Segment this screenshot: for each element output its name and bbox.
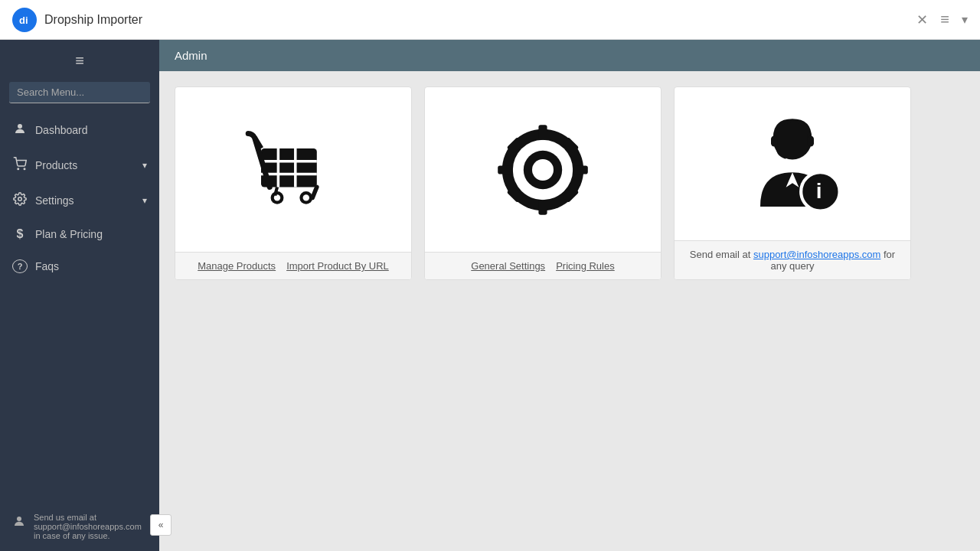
products-icon xyxy=(12,157,28,174)
support-card-text: Send email at support@infoshoreapps.com … xyxy=(687,249,898,272)
svg-rect-22 xyxy=(498,165,513,174)
svg-rect-21 xyxy=(538,200,547,215)
svg-point-15 xyxy=(303,194,309,201)
sidebar-support: Send us email at support@infoshoreapps.c… xyxy=(0,502,159,551)
pricing-rules-link[interactable]: Pricing Rules xyxy=(556,260,615,272)
sidebar-item-faqs[interactable]: ? Faqs xyxy=(0,250,159,282)
search-menu-input[interactable] xyxy=(9,82,150,103)
manage-products-link[interactable]: Manage Products xyxy=(198,260,276,272)
svg-text:i: i xyxy=(816,179,822,203)
settings-card-icon-area xyxy=(466,87,619,252)
sidebar-collapse-button[interactable]: « xyxy=(150,514,172,536)
main-content: Admin xyxy=(159,40,980,551)
support-email-link[interactable]: support@infoshoreapps.com xyxy=(753,249,880,260)
sidebar-item-products[interactable]: Products ▾ xyxy=(0,148,159,183)
settings-icon xyxy=(12,192,28,209)
support-card-icon-area: i xyxy=(716,87,869,240)
support-card: i Send email at support@infoshoreapps.co… xyxy=(674,86,911,280)
svg-rect-20 xyxy=(538,125,547,140)
app-title: Dropship Importer xyxy=(44,13,142,27)
general-settings-link[interactable]: General Settings xyxy=(471,260,545,272)
svg-text:di: di xyxy=(19,15,28,26)
sidebar-item-settings[interactable]: Settings ▾ xyxy=(0,183,159,218)
svg-point-19 xyxy=(532,159,554,181)
admin-bar: Admin xyxy=(159,40,980,71)
svg-rect-32 xyxy=(808,136,814,147)
collapse-icon: « xyxy=(158,520,164,530)
topbar-actions: ✕ ≡ ▾ xyxy=(916,11,968,28)
faqs-icon: ? xyxy=(12,259,28,273)
products-chevron-icon: ▾ xyxy=(142,160,147,171)
support-card-links: Send email at support@infoshoreapps.com … xyxy=(675,240,910,279)
sidebar-item-faqs-label: Faqs xyxy=(35,260,147,272)
svg-point-5 xyxy=(18,197,22,201)
sidebar: ≡ Dashboard Products ▾ Settings ▾ $ Plan… xyxy=(0,40,159,551)
svg-rect-23 xyxy=(573,165,588,174)
topbar-left: di Dropship Importer xyxy=(12,8,142,32)
topbar: di Dropship Importer ✕ ≡ ▾ xyxy=(0,0,980,40)
svg-point-3 xyxy=(18,168,19,170)
content-area: Manage Products Import Product By URL xyxy=(159,71,980,551)
sidebar-item-dashboard[interactable]: Dashboard xyxy=(0,112,159,148)
sidebar-item-plan-pricing-label: Plan & Pricing xyxy=(35,228,147,240)
sidebar-item-products-label: Products xyxy=(35,159,135,171)
import-product-by-url-link[interactable]: Import Product By URL xyxy=(286,260,389,272)
sidebar-hamburger-icon[interactable]: ≡ xyxy=(0,40,159,82)
svg-point-6 xyxy=(17,517,21,521)
products-card-links: Manage Products Import Product By URL xyxy=(175,252,411,279)
close-icon[interactable]: ✕ xyxy=(916,11,928,28)
plan-pricing-icon: $ xyxy=(12,227,28,241)
dropdown-icon[interactable]: ▾ xyxy=(962,12,968,27)
products-card: Manage Products Import Product By URL xyxy=(175,86,412,280)
svg-point-4 xyxy=(24,168,25,170)
sidebar-item-settings-label: Settings xyxy=(35,194,135,207)
support-text: Send us email at support@infoshoreapps.c… xyxy=(34,513,147,540)
svg-point-2 xyxy=(18,124,22,129)
admin-label: Admin xyxy=(175,49,207,62)
dashboard-icon xyxy=(12,122,28,139)
settings-card-links: General Settings Pricing Rules xyxy=(425,252,661,279)
settings-chevron-icon: ▾ xyxy=(142,195,147,206)
products-card-icon-area xyxy=(217,87,370,252)
support-person-icon xyxy=(12,514,28,531)
settings-card: General Settings Pricing Rules xyxy=(424,86,662,280)
app-logo: di xyxy=(12,8,37,32)
sidebar-item-plan-pricing[interactable]: $ Plan & Pricing xyxy=(0,218,159,250)
layout: ≡ Dashboard Products ▾ Settings ▾ $ Plan… xyxy=(0,40,980,551)
menu-icon[interactable]: ≡ xyxy=(940,11,949,28)
sidebar-item-dashboard-label: Dashboard xyxy=(35,124,147,136)
svg-rect-31 xyxy=(771,136,777,147)
